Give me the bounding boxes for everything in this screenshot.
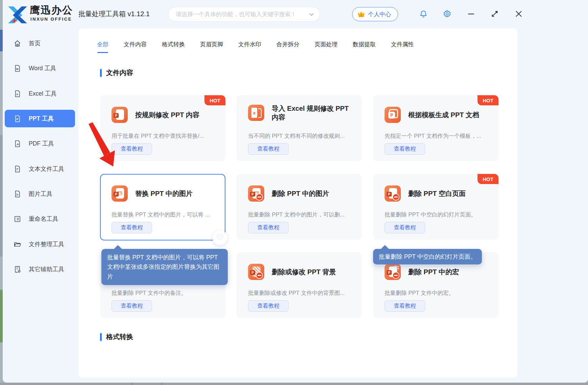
tooltip-replace-image: 批量替换 PPT 文档中的图片，可以将 PPT 文档中某张或多张指定的图片替换为…	[101, 249, 228, 285]
tab-merge-split[interactable]: 合并拆分	[276, 41, 299, 53]
text-doc-icon	[14, 165, 21, 173]
sidebar-item-label: 文件整理工具	[29, 240, 64, 248]
hot-badge: HOT	[477, 95, 498, 105]
card-delete-ppt-images[interactable]: P 删除 PPT 中的图片 批量删除 PPT 文档中的图片，可以删... 查看教…	[237, 174, 362, 240]
home-icon	[14, 40, 21, 47]
sidebar-item-word-tools[interactable]: w Word 工具	[5, 59, 75, 77]
hot-badge: HOT	[477, 174, 498, 184]
sidebar-item-label: PDF 工具	[29, 139, 54, 148]
sidebar-item-pdf-tools[interactable]: PDF 工具	[5, 135, 75, 152]
sidebar-item-rename-tools[interactable]: 重命名工具	[5, 210, 75, 228]
tab-watermark[interactable]: 文件水印	[238, 41, 261, 53]
search-input[interactable]	[175, 7, 301, 22]
brand-subname: INXUN OFFICE	[30, 17, 72, 22]
resize-icon	[491, 10, 499, 18]
card-delete-modify-ppt-background[interactable]: P 删除或修改 PPT 背景 批量删除或修改 PPT 文件中的背景图... 查看…	[237, 252, 362, 318]
view-tutorial-button[interactable]: 查看教程	[248, 300, 289, 312]
tab-file-content[interactable]: 文件内容	[124, 41, 147, 53]
tab-page-process[interactable]: 页面处理	[315, 41, 338, 53]
ppt-doc-icon: P	[14, 115, 21, 123]
view-tutorial-button[interactable]: 查看教程	[385, 222, 425, 233]
view-tutorial-button[interactable]: 查看教程	[112, 222, 152, 233]
resize-button[interactable]	[490, 9, 499, 19]
section-bar	[100, 69, 102, 77]
ppt-macro-delete-icon: vbaP	[385, 264, 401, 280]
notifications-button[interactable]	[419, 9, 428, 19]
tab-data-extract[interactable]: 数据提取	[353, 41, 376, 53]
function-search[interactable]	[168, 7, 320, 22]
desktop-edge-left	[0, 0, 3, 385]
sidebar-item-home[interactable]: 首页	[5, 34, 75, 52]
desktop-edge-bottom	[0, 383, 588, 385]
tab-file-attrs[interactable]: 文件属性	[391, 41, 414, 53]
section-file-content: 文件内容	[100, 68, 133, 77]
app-title: 批量处理工具箱 v1.12.1	[78, 9, 150, 19]
view-tutorial-button[interactable]: 查看教程	[385, 300, 425, 312]
view-tutorial-button[interactable]: 查看教程	[248, 143, 289, 155]
section-bar	[100, 333, 102, 341]
excel-import-icon: x→	[248, 105, 264, 121]
section-format-convert: 格式转换	[100, 332, 133, 341]
view-tutorial-button[interactable]: 查看教程	[112, 300, 152, 312]
word-doc-icon: w	[14, 65, 21, 72]
app-window: 鹰迅办公 INXUN OFFICE 批量处理工具箱 v1.12.1 个人中心	[3, 0, 588, 383]
view-tutorial-button[interactable]: 查看教程	[112, 143, 152, 155]
doc-shield-icon	[14, 265, 21, 273]
chevron-down-icon[interactable]	[309, 12, 314, 17]
ppt-image-edit-icon: P✎	[112, 185, 128, 202]
user-center-label: 个人中心	[368, 10, 391, 18]
svg-text:w: w	[16, 67, 19, 70]
gear-icon	[443, 9, 451, 18]
sidebar-item-image-tools[interactable]: 图片工具	[5, 185, 75, 203]
sidebar-item-label: 重命名工具	[29, 215, 58, 223]
sidebar-item-label: 其它辅助工具	[29, 265, 64, 273]
favorite-heart-icon[interactable]: ♡	[213, 230, 227, 245]
view-tutorial-button[interactable]: 查看教程	[385, 143, 425, 155]
svg-text:P: P	[16, 117, 18, 121]
tab-format-convert[interactable]: 格式转换	[162, 41, 185, 53]
card-excel-rule-modify-ppt[interactable]: x→ 导入 Excel 规则修改 PPT 内容 当不同的 PPT 文档有不同的修…	[237, 95, 362, 161]
card-modify-ppt-content[interactable]: HOT P✎ 按规则修改 PPT 内容 用于批量在 PPT 文档中查找并替换/.…	[100, 95, 225, 161]
sidebar-item-label: Word 工具	[29, 64, 56, 72]
tooltip-notch	[114, 245, 122, 253]
tooltip-delete-blank: 批量删除 PPT 中空白的幻灯片页面。	[373, 249, 482, 264]
bell-icon	[419, 9, 428, 18]
title-bar: 鹰迅办公 INXUN OFFICE 批量处理工具箱 v1.12.1 个人中心	[3, 0, 588, 28]
view-tutorial-button[interactable]: 查看教程	[248, 222, 289, 233]
sidebar-item-label: 首页	[29, 39, 41, 47]
sidebar-item-text-file-tools[interactable]: 文本文件工具	[5, 160, 75, 178]
card-replace-ppt-images[interactable]: P✎ 替换 PPT 中的图片 批量替换 PPT 文档中的图片，可以将 ... 查…	[100, 174, 225, 240]
sidebar-item-label: 文本文件工具	[29, 165, 64, 173]
ppt-background-delete-icon: P	[248, 264, 264, 280]
sidebar-item-file-organize-tools[interactable]: 文件整理工具	[5, 235, 75, 253]
close-icon	[515, 10, 523, 18]
tab-all[interactable]: 全部	[97, 41, 108, 53]
sidebar-item-other-helper-tools[interactable]: 其它辅助工具	[5, 260, 75, 278]
ppt-template-icon: P	[385, 107, 401, 123]
ppt-page-delete-icon: P	[385, 185, 401, 202]
sidebar-item-excel-tools[interactable]: x Excel 工具	[5, 85, 75, 102]
sidebar-item-ppt-tools[interactable]: P PPT 工具	[5, 110, 75, 127]
hot-badge: HOT	[204, 95, 225, 105]
tooltip-notch	[381, 245, 389, 253]
main-panel: 全部 文件内容 格式转换 页眉页脚 文件水印 合并拆分 页面处理 数据提取 文件…	[78, 28, 517, 378]
minimize-icon	[467, 10, 475, 18]
excel-doc-icon: x	[14, 90, 21, 98]
minimize-button[interactable]	[466, 9, 476, 19]
image-doc-icon	[14, 190, 21, 198]
ppt-edit-icon: P✎	[112, 107, 128, 123]
folder-icon	[14, 240, 21, 248]
close-button[interactable]	[514, 9, 523, 19]
rename-list-icon	[14, 215, 21, 223]
user-center-button[interactable]: 个人中心	[352, 7, 398, 21]
pdf-doc-icon	[14, 140, 21, 148]
sidebar-item-label: Excel 工具	[29, 89, 57, 98]
card-delete-ppt-blank-pages[interactable]: HOT P 删除 PPT 空白页面 批量删除 PPT 中空白的幻灯片页面。 查看…	[373, 174, 498, 240]
screen: 鹰迅办公 INXUN OFFICE 批量处理工具箱 v1.12.1 个人中心	[0, 0, 588, 385]
sidebar-item-label: PPT 工具	[29, 114, 54, 123]
settings-button[interactable]	[442, 9, 452, 19]
card-generate-ppt-from-template[interactable]: HOT P 根据模板生成 PPT 文档 先指定一个 PPT 文档作为一个模板，.…	[373, 95, 498, 161]
crown-icon	[357, 10, 365, 18]
category-tabs: 全部 文件内容 格式转换 页眉页脚 文件水印 合并拆分 页面处理 数据提取 文件…	[97, 41, 414, 53]
tab-header-footer[interactable]: 页眉页脚	[200, 41, 223, 53]
